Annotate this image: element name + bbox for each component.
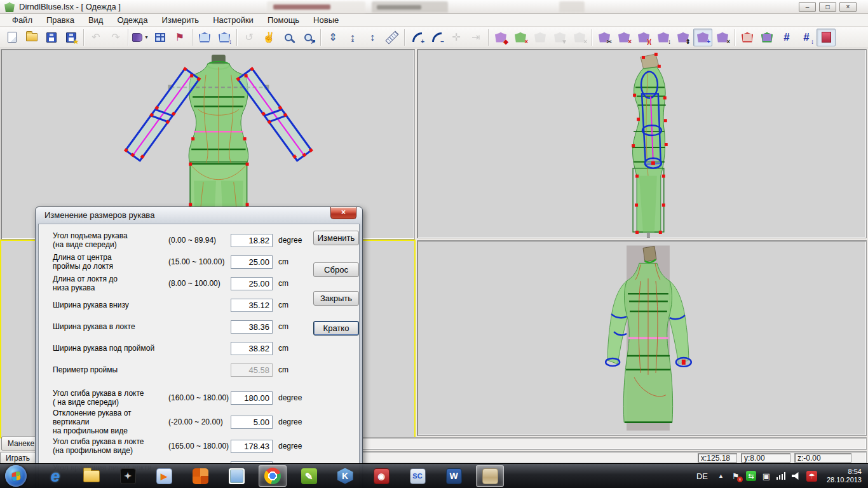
- save-as-button[interactable]: ★: [62, 29, 81, 46]
- windows-explorer-taskbar-button[interactable]: [78, 465, 105, 487]
- volume-icon[interactable]: [792, 472, 801, 480]
- ms-word-taskbar-button[interactable]: W: [440, 465, 468, 487]
- menu-item-edit[interactable]: Правка: [39, 14, 81, 27]
- menu-item-view[interactable]: Вид: [81, 14, 111, 27]
- perspective-view-viewport[interactable]: [417, 240, 867, 436]
- toolbar-separator: [128, 29, 128, 46]
- point-align-icon: ⇥: [471, 32, 480, 43]
- measure-width-button[interactable]: ↕: [363, 29, 382, 46]
- kompas-3d-taskbar-button[interactable]: K: [331, 465, 359, 487]
- field-range-elbow-bend-angle-profile: (165.00 ~ 180.00): [168, 442, 231, 451]
- new-file-button[interactable]: [3, 29, 22, 46]
- redo-icon: ↷: [111, 32, 119, 43]
- media-player-taskbar-button[interactable]: ▶: [150, 465, 178, 487]
- sleeve-girth-button[interactable]: ⇕: [674, 29, 693, 46]
- grid-button[interactable]: #: [777, 29, 796, 46]
- dart-tool-button[interactable]: ◆: [491, 29, 510, 46]
- dialog-row-length-armhole-to-elbow: Длина от центра проймы до локтя(15.00 ~ …: [39, 251, 359, 273]
- fabric-catalog-button[interactable]: ▼: [131, 29, 150, 46]
- close-button[interactable]: Закрыть: [313, 291, 359, 306]
- measure-segment-button[interactable]: ↨: [343, 29, 362, 46]
- minimize-button[interactable]: ‒: [799, 2, 816, 12]
- field-armhole-perimeter: [231, 363, 273, 377]
- mannequin-remove-overlay-icon: ×: [524, 39, 528, 45]
- sleeve-delete-button[interactable]: ×: [614, 29, 634, 46]
- reset-button[interactable]: Сброс: [313, 262, 359, 277]
- avira-antivirus-icon[interactable]: ☂: [806, 471, 817, 482]
- zoom-button[interactable]: [279, 29, 298, 46]
- start-button[interactable]: [5, 465, 27, 487]
- garment-view-button[interactable]: [195, 29, 214, 46]
- menu-item-clothing[interactable]: Одежда: [110, 14, 154, 27]
- garment-measure-button[interactable]: ↕: [215, 29, 234, 46]
- network-icon[interactable]: [776, 472, 786, 480]
- field-length-elbow-to-hem[interactable]: [231, 277, 273, 290]
- side-view-viewport[interactable]: [417, 49, 867, 238]
- fabric-catalog-icon: [132, 33, 142, 42]
- sleeve-resize-button[interactable]: +: [693, 29, 712, 46]
- ms-office-taskbar-button[interactable]: [186, 465, 214, 487]
- curve-remove-button[interactable]: −: [427, 29, 446, 46]
- clothing-cad-app-taskbar-button[interactable]: [476, 465, 504, 487]
- pan-button[interactable]: ✌: [259, 29, 278, 46]
- field-sleeve-width-elbow[interactable]: [231, 320, 273, 334]
- window-close-button[interactable]: ×: [839, 2, 857, 12]
- 3d-modeling-app-taskbar-button[interactable]: ✦: [114, 465, 142, 487]
- curve-add-button[interactable]: +: [407, 29, 426, 46]
- measure-height-button[interactable]: ⇕: [323, 29, 342, 46]
- field-elbow-bend-angle-profile[interactable]: [231, 440, 273, 453]
- sleeve-remove-button[interactable]: ×: [713, 29, 732, 46]
- bodice-back-button[interactable]: [757, 29, 776, 46]
- field-unit-sleeve-vertical-deviation: degree: [278, 417, 302, 426]
- play-button[interactable]: Играть: [0, 452, 36, 464]
- sync-icon[interactable]: ⇆: [746, 471, 756, 481]
- bodice-front-icon: [742, 32, 753, 43]
- menu-item-help[interactable]: Помощь: [261, 14, 306, 27]
- hidden-icons-button[interactable]: ▲: [716, 473, 726, 479]
- sleeve-cut-button[interactable]: ✂: [595, 29, 614, 46]
- menu-item-file[interactable]: Файл: [5, 14, 39, 27]
- mannequin-remove-button[interactable]: ×: [511, 29, 530, 46]
- action-center-icon[interactable]: ⚑×: [731, 472, 740, 480]
- field-length-armhole-to-elbow[interactable]: [231, 255, 273, 269]
- grid-step-button[interactable]: #↕: [797, 29, 816, 46]
- window-layout-button[interactable]: [151, 29, 170, 46]
- field-sleeve-vertical-deviation[interactable]: [231, 416, 273, 429]
- language-indicator[interactable]: DE: [694, 471, 710, 481]
- change-button[interactable]: Изменить: [313, 231, 359, 245]
- menu-item-settings[interactable]: Настройки: [206, 14, 261, 27]
- dropdown-arrow-icon[interactable]: ▼: [144, 35, 149, 39]
- screen-capture-taskbar-button[interactable]: SC: [403, 465, 431, 487]
- coreldraw-taskbar-button[interactable]: ✎: [295, 465, 323, 487]
- field-label-sleeve-lift-angle-front: Угол подъема рукава (на виде спереди): [53, 231, 168, 249]
- zoom-extent-button[interactable]: ↗: [299, 29, 318, 46]
- title-bar[interactable]: DirndlBluse.lsx - [ Одежда ] ‒ □ ×: [0, 0, 868, 14]
- restore-button[interactable]: □: [819, 2, 836, 12]
- field-sleeve-width-underarm[interactable]: [231, 342, 273, 355]
- photo-viewer-taskbar-button[interactable]: [222, 465, 250, 487]
- chrome-taskbar-button[interactable]: [259, 465, 287, 487]
- ruler-button[interactable]: [383, 29, 402, 46]
- menu-item-new[interactable]: Новые: [306, 14, 346, 27]
- bodice-front-button[interactable]: [738, 29, 757, 46]
- field-sleeve-lift-angle-front[interactable]: [231, 234, 273, 247]
- screen-recorder-icon: ◉: [374, 468, 390, 484]
- brief-button[interactable]: Кратко: [313, 321, 359, 336]
- field-elbow-bend-angle-front[interactable]: [231, 391, 273, 405]
- sleeve-attach-button[interactable]: )(: [634, 29, 653, 46]
- pattern-2d-button[interactable]: [817, 29, 836, 46]
- internet-explorer-taskbar-button[interactable]: e: [41, 465, 69, 487]
- clock-date: 28.10.2013: [827, 476, 862, 484]
- clipboard-icon[interactable]: ▣: [762, 472, 771, 480]
- field-sleeve-width-bottom[interactable]: [231, 299, 273, 312]
- dialog-row-armhole-perimeter: Периметр проймыcm: [39, 359, 359, 381]
- taskbar-clock[interactable]: 8:54 28.10.2013: [823, 468, 862, 484]
- open-file-button[interactable]: [22, 29, 41, 46]
- save-file-button[interactable]: [42, 29, 61, 46]
- render-flag-button[interactable]: ⚑: [170, 29, 189, 46]
- dialog-close-icon[interactable]: ×: [330, 207, 356, 219]
- menu-item-measure[interactable]: Измерить: [154, 14, 206, 27]
- screen-recorder-taskbar-button[interactable]: ◉: [367, 465, 395, 487]
- sleeve-length-button[interactable]: ↕: [654, 29, 673, 46]
- dialog-title-bar[interactable]: Изменение размеров рукава: [36, 207, 362, 224]
